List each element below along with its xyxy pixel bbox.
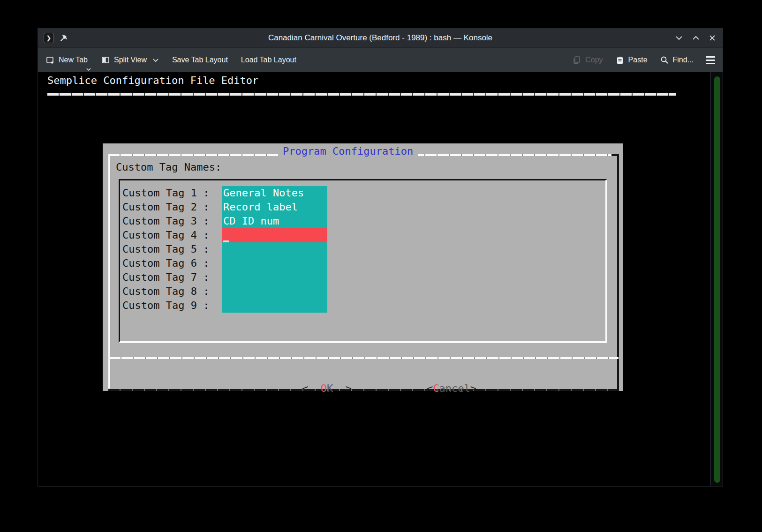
form-row: Custom Tag 7 : <box>122 270 605 285</box>
custom-tag-2-input[interactable]: Record label <box>222 200 327 214</box>
ok-label-rest: K <box>327 382 333 394</box>
ok-hotkey: O <box>321 382 327 394</box>
new-tab-icon <box>45 55 55 65</box>
toolbar: New Tab Split View <box>38 47 723 72</box>
custom-tag-8-input[interactable] <box>222 285 327 299</box>
save-tab-layout-button[interactable]: Save Tab Layout <box>172 56 228 64</box>
split-view-label: Split View <box>114 56 147 64</box>
field-label: Custom Tag 3 : <box>122 214 209 228</box>
form-row: Custom Tag 1 : General Notes <box>122 186 605 200</box>
split-view-chevron-down-icon <box>152 58 159 62</box>
custom-tag-9-input[interactable] <box>222 299 327 313</box>
close-button[interactable] <box>709 34 716 42</box>
new-tab-chevron-down-icon[interactable] <box>86 67 91 71</box>
field-label: Custom Tag 5 : <box>122 242 209 256</box>
scrollbar-thumb[interactable] <box>714 76 720 483</box>
field-label: Custom Tag 6 : <box>122 256 209 270</box>
form-row: Custom Tag 9 : <box>122 299 605 313</box>
form-row: Custom Tag 4 : <box>122 228 605 242</box>
paste-button[interactable]: Paste <box>615 55 648 65</box>
cancel-hotkey: C <box>433 382 439 394</box>
form-rows: Custom Tag 1 : General Notes Custom Tag … <box>122 186 605 313</box>
form-row: Custom Tag 2 : Record label <box>122 200 605 214</box>
paste-label: Paste <box>628 56 648 64</box>
backtitle-underline <box>47 93 676 96</box>
find-button[interactable]: Find... <box>660 55 694 65</box>
window-title: Canadian Carnival Overture (Bedford - 19… <box>38 33 723 43</box>
copy-button[interactable]: Copy <box>572 55 603 65</box>
button-separator <box>109 357 619 359</box>
konsole-app-icon[interactable]: ❯ <box>44 33 54 43</box>
new-tab-label: New Tab <box>59 56 88 64</box>
search-icon <box>660 55 669 65</box>
terminal-view[interactable]: Semplice Configuration File Editor Progr… <box>38 72 723 486</box>
custom-tag-1-input[interactable]: General Notes <box>222 186 327 200</box>
save-tab-layout-label: Save Tab Layout <box>172 56 228 64</box>
maximize-button[interactable] <box>692 35 700 41</box>
field-label: Custom Tag 2 : <box>122 200 209 214</box>
dialog-title: Program Configuration <box>278 145 418 157</box>
form-row: Custom Tag 3 : CD ID num <box>122 214 605 228</box>
dialog-heading: Custom Tag Names: <box>116 160 221 174</box>
cancel-button[interactable]: <Cancel> <box>377 367 476 410</box>
paste-icon <box>615 55 625 65</box>
copy-icon <box>572 55 581 65</box>
menu-hamburger-icon[interactable] <box>706 56 715 64</box>
dialog-right-border <box>617 154 619 391</box>
find-label: Find... <box>673 56 694 64</box>
backtitle: Semplice Configuration File Editor <box>47 75 258 86</box>
minimize-button[interactable] <box>675 35 683 41</box>
cancel-bracket-left: < <box>427 382 433 394</box>
dialog-left-border <box>108 154 110 389</box>
custom-tag-7-input[interactable] <box>222 270 327 285</box>
pushpin-icon[interactable] <box>60 34 68 42</box>
custom-tag-6-input[interactable] <box>222 256 327 270</box>
cancel-label-rest: ancel <box>439 382 470 394</box>
ok-bracket-right: > <box>333 382 352 394</box>
konsole-window: ❯ Canadian Carnival Overture (Bedford - … <box>38 28 723 487</box>
custom-tag-4-input[interactable] <box>222 228 327 242</box>
custom-tag-3-input[interactable]: CD ID num <box>222 214 327 228</box>
titlebar[interactable]: ❯ Canadian Carnival Overture (Bedford - … <box>38 29 723 47</box>
new-tab-button[interactable]: New Tab <box>45 55 88 65</box>
ok-button[interactable]: < OK > <box>252 367 352 410</box>
cancel-bracket-right: > <box>470 382 476 394</box>
field-label: Custom Tag 8 : <box>122 285 209 299</box>
copy-label: Copy <box>585 56 603 64</box>
split-view-icon <box>101 55 110 65</box>
custom-tag-5-input[interactable] <box>222 242 327 256</box>
load-tab-layout-label: Load Tab Layout <box>241 56 296 64</box>
dialog-bottom-border <box>108 389 619 391</box>
ok-bracket-left: < <box>302 382 321 394</box>
field-label: Custom Tag 7 : <box>122 270 209 285</box>
split-view-button[interactable]: Split View <box>101 55 159 65</box>
form-row: Custom Tag 5 : <box>122 242 605 256</box>
field-label: Custom Tag 4 : <box>122 228 209 242</box>
form-row: Custom Tag 6 : <box>122 256 605 270</box>
load-tab-layout-button[interactable]: Load Tab Layout <box>241 56 296 64</box>
program-configuration-dialog: Program Configuration Custom Tag Names: … <box>103 143 623 391</box>
form-row: Custom Tag 8 : <box>122 285 605 299</box>
terminal-scrollbar[interactable] <box>710 72 723 486</box>
field-label: Custom Tag 1 : <box>122 186 209 200</box>
field-label: Custom Tag 9 : <box>122 299 209 313</box>
